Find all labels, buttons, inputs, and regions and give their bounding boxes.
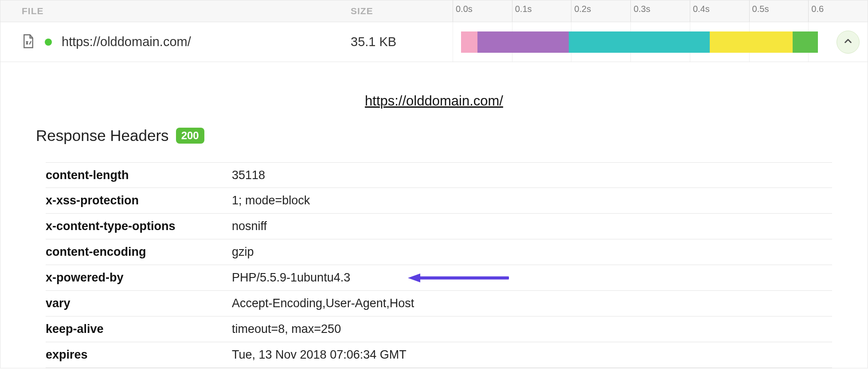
header-row: x-content-type-optionsnosniff <box>46 214 832 239</box>
header-row: expiresTue, 13 Nov 2018 07:06:34 GMT <box>46 342 832 368</box>
header-name: expires <box>46 348 232 362</box>
waterfall-cell <box>453 22 868 62</box>
header-row: varyAccept-Encoding,User-Agent,Host <box>46 291 832 317</box>
timing-segment-pink <box>461 31 477 53</box>
header-name: x-powered-by <box>46 271 232 285</box>
time-tick-label: 0.0s <box>456 4 473 14</box>
time-tick-label: 0.6 <box>811 4 824 14</box>
details-panel: https://olddomain.com/ Response Headers … <box>0 62 868 368</box>
header-value: Tue, 13 Nov 2018 07:06:34 GMT <box>232 348 407 362</box>
request-row[interactable]: https://olddomain.com/ 35.1 KB <box>0 22 868 62</box>
header-value: 35118 <box>232 168 265 182</box>
header-value: timeout=8, max=250 <box>232 322 341 336</box>
header-row: content-length35118 <box>46 162 832 188</box>
timing-segment-teal <box>569 31 710 53</box>
header-row: x-xss-protection1; mode=block <box>46 188 832 214</box>
time-tick-label: 0.1s <box>515 4 532 14</box>
request-size: 35.1 KB <box>351 35 396 49</box>
header-name: x-xss-protection <box>46 194 232 207</box>
header-row: content-encodinggzip <box>46 239 832 265</box>
timing-segment-green <box>793 31 817 53</box>
timing-bar <box>453 31 868 53</box>
waterfall-header: 0.0s0.1s0.2s0.3s0.4s0.5s0.6 <box>453 0 868 22</box>
chevron-up-icon <box>843 36 853 48</box>
time-tick-label: 0.4s <box>693 4 710 14</box>
timing-segment-yellow <box>710 31 793 53</box>
file-icon <box>22 34 35 51</box>
header-name: content-length <box>46 168 232 182</box>
header-value: nosniff <box>232 219 267 233</box>
status-badge: 200 <box>176 128 204 144</box>
header-value: PHP/5.5.9-1ubuntu4.3 <box>232 271 350 285</box>
timing-segment-purple <box>477 31 569 53</box>
header-value: Accept-Encoding,User-Agent,Host <box>232 297 414 310</box>
table-header: FILE SIZE 0.0s0.1s0.2s0.3s0.4s0.5s0.6 <box>0 0 868 22</box>
header-name: x-content-type-options <box>46 219 232 233</box>
header-name: keep-alive <box>46 322 232 336</box>
header-value: gzip <box>232 245 254 259</box>
header-row: x-powered-byPHP/5.5.9-1ubuntu4.3 <box>46 265 832 291</box>
header-name: content-encoding <box>46 245 232 259</box>
headers-table: content-length35118x-xss-protection1; mo… <box>46 162 832 368</box>
request-url: https://olddomain.com/ <box>62 35 191 49</box>
collapse-button[interactable] <box>837 31 860 54</box>
time-tick-label: 0.5s <box>752 4 769 14</box>
header-value: 1; mode=block <box>232 194 310 207</box>
time-tick-label: 0.3s <box>633 4 650 14</box>
column-size-label: SIZE <box>351 6 373 16</box>
response-headers-title: Response Headers 200 <box>36 127 832 145</box>
detail-url-link[interactable]: https://olddomain.com/ <box>36 93 832 109</box>
column-file-label: FILE <box>22 6 44 16</box>
status-dot-icon <box>45 39 52 46</box>
header-name: vary <box>46 297 232 310</box>
arrow-annotation-icon <box>407 273 509 283</box>
header-row: keep-alivetimeout=8, max=250 <box>46 317 832 342</box>
time-tick-label: 0.2s <box>574 4 591 14</box>
svg-marker-1 <box>408 274 420 282</box>
